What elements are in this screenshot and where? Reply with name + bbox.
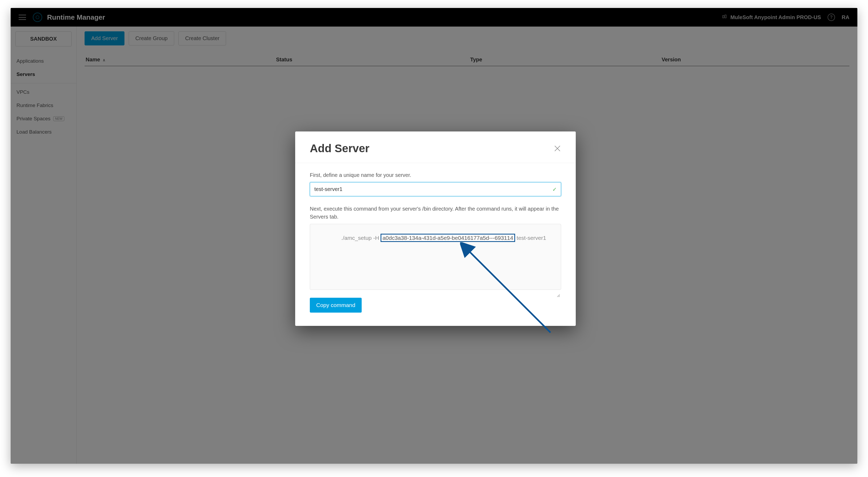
server-name-field-wrap: ✓	[310, 182, 561, 196]
modal-title: Add Server	[310, 142, 369, 155]
close-icon[interactable]	[554, 145, 561, 152]
command-prefix: ./amc_setup -H	[341, 235, 380, 241]
add-server-modal: Add Server First, define a unique name f…	[295, 132, 576, 326]
server-name-input[interactable]	[310, 182, 561, 196]
resize-handle-icon[interactable]	[557, 285, 560, 289]
app-frame: Runtime Manager MuleSoft Anypoint Admin …	[11, 8, 857, 464]
command-suffix: test-server1	[515, 235, 546, 241]
modal-header: Add Server	[295, 132, 576, 163]
instruction-2: Next, execute this command from your ser…	[310, 205, 561, 221]
command-registration-token: a0dc3a38-134a-431d-a5e9-be0416177a5d---6…	[380, 234, 515, 242]
copy-command-button[interactable]: Copy command	[310, 298, 362, 313]
command-textarea[interactable]: ./amc_setup -H a0dc3a38-134a-431d-a5e9-b…	[310, 224, 561, 290]
validation-check-icon: ✓	[552, 186, 557, 193]
modal-body: First, define a unique name for your ser…	[295, 163, 576, 326]
instruction-1: First, define a unique name for your ser…	[310, 171, 561, 179]
